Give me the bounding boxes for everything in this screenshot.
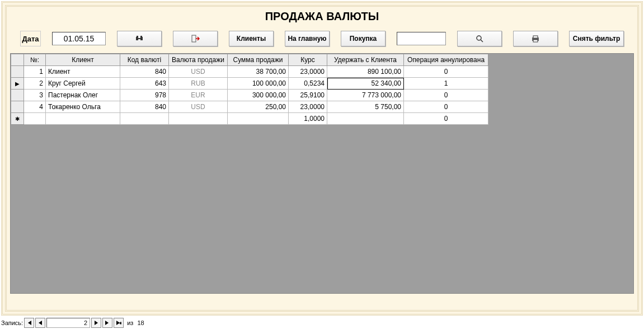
cell-sum[interactable]: 100 000,00	[228, 78, 289, 90]
search-icon	[476, 35, 483, 43]
cell-rate[interactable]: 25,9100	[289, 90, 327, 101]
record-navigator: Запись: ✱ из 18	[0, 317, 644, 328]
exit-button[interactable]	[173, 31, 218, 46]
grid-header-hold[interactable]: Удержать с Клиента	[327, 54, 404, 66]
page-title: ПРОДАЖА ВАЛЮТЫ	[7, 10, 637, 23]
cell-num[interactable]: 1	[24, 66, 46, 78]
cell-annulled[interactable]: 0	[404, 113, 488, 125]
cell-code[interactable]	[120, 113, 169, 125]
recnav-total: 18	[137, 319, 144, 326]
cell-hold[interactable]: 52 340,00	[327, 78, 404, 90]
row-selector-new[interactable]: ✱	[11, 113, 24, 125]
cell-code[interactable]: 840	[120, 66, 169, 78]
grid-header-annulled[interactable]: Операция аннулирована	[404, 54, 488, 66]
data-grid-container: №: Клиент Код валюті Валюта продажи Сумм…	[10, 53, 634, 294]
svg-rect-4	[533, 36, 538, 38]
cell-rate[interactable]: 23,0000	[289, 101, 327, 113]
row-selector[interactable]	[11, 90, 24, 101]
print-button[interactable]	[513, 31, 558, 46]
cell-client[interactable]	[46, 113, 120, 125]
clients-button[interactable]: Клиенты	[229, 31, 274, 46]
cell-client[interactable]: Клиент	[46, 66, 120, 78]
cell-code[interactable]: 840	[120, 101, 169, 113]
cell-hold[interactable]: 7 773 000,00	[327, 90, 404, 101]
cell-client[interactable]: Токаренко Ольга	[46, 101, 120, 113]
cell-hold[interactable]: 5 750,00	[327, 101, 404, 113]
svg-rect-0	[192, 35, 196, 42]
grid-header-num[interactable]: №:	[24, 54, 46, 66]
table-row[interactable]: 3Пастернак Олег978EUR300 000,0025,91007 …	[11, 90, 488, 101]
date-label: Дата	[20, 31, 41, 46]
binoculars-icon	[135, 35, 144, 43]
recnav-new-button[interactable]: ✱	[114, 318, 124, 328]
toolbar: Дата Клиенты На главную Покупка	[7, 31, 637, 46]
cell-currency[interactable]	[169, 113, 228, 125]
row-selector[interactable]	[11, 101, 24, 113]
cell-annulled[interactable]: 0	[404, 66, 488, 78]
cell-rate[interactable]: 0,5234	[289, 78, 327, 90]
last-icon	[105, 320, 110, 326]
next-icon	[93, 320, 99, 326]
cell-sum[interactable]	[228, 113, 289, 125]
cell-currency[interactable]: RUB	[169, 78, 228, 90]
recnav-label: Запись:	[1, 319, 23, 326]
clear-filter-button[interactable]: Снять фильтр	[569, 31, 624, 46]
grid-header-sum[interactable]: Сумма продажи	[228, 54, 289, 66]
grid-header-row: №: Клиент Код валюті Валюта продажи Сумм…	[11, 54, 488, 66]
cell-currency[interactable]: USD	[169, 101, 228, 113]
cell-client[interactable]: Круг Сергей	[46, 78, 120, 90]
exit-door-icon	[191, 34, 200, 43]
cell-num[interactable]	[24, 113, 46, 125]
recnav-of-label: из	[127, 319, 133, 326]
table-row[interactable]: ▶2Круг Сергей643RUB100 000,000,523452 34…	[11, 78, 488, 90]
cell-annulled[interactable]: 1	[404, 78, 488, 90]
cell-code[interactable]: 643	[120, 78, 169, 90]
cell-hold[interactable]	[327, 113, 404, 125]
cell-hold[interactable]: 890 100,00	[327, 66, 404, 78]
recnav-first-button[interactable]	[24, 318, 34, 328]
cell-annulled[interactable]: 0	[404, 101, 488, 113]
table-row-new[interactable]: ✱1,00000	[11, 113, 488, 125]
cell-annulled[interactable]: 0	[404, 90, 488, 101]
cell-num[interactable]: 2	[24, 78, 46, 90]
new-record-icon: ✱	[116, 320, 121, 326]
cell-sum[interactable]: 250,00	[228, 101, 289, 113]
recnav-last-button[interactable]	[102, 318, 112, 328]
table-row[interactable]: 1Клиент840USD38 700,0023,0000890 100,000	[11, 66, 488, 78]
first-icon	[26, 320, 32, 326]
cell-rate[interactable]: 23,0000	[289, 66, 327, 78]
search-input[interactable]	[397, 32, 446, 45]
svg-line-2	[481, 40, 483, 42]
grid-header-client[interactable]: Клиент	[46, 54, 120, 66]
recnav-prev-button[interactable]	[35, 318, 45, 328]
grid-header-selector[interactable]	[11, 54, 24, 66]
cell-num[interactable]: 4	[24, 101, 46, 113]
prev-icon	[37, 320, 43, 326]
data-grid[interactable]: №: Клиент Код валюті Валюта продажи Сумм…	[11, 54, 488, 125]
cell-currency[interactable]: EUR	[169, 90, 228, 101]
find-button[interactable]	[117, 31, 162, 46]
grid-header-rate[interactable]: Курс	[289, 54, 327, 66]
cell-currency[interactable]: USD	[169, 66, 228, 78]
printer-icon	[531, 35, 540, 43]
row-selector[interactable]: ▶	[11, 78, 24, 90]
home-button[interactable]: На главную	[285, 31, 330, 46]
grid-header-currency[interactable]: Валюта продажи	[169, 54, 228, 66]
cell-rate[interactable]: 1,0000	[289, 113, 327, 125]
svg-point-1	[477, 36, 481, 40]
recnav-next-button[interactable]	[91, 318, 101, 328]
cell-client[interactable]: Пастернак Олег	[46, 90, 120, 101]
svg-rect-5	[533, 40, 538, 42]
row-selector[interactable]	[11, 66, 24, 78]
cell-num[interactable]: 3	[24, 90, 46, 101]
date-input[interactable]	[52, 32, 106, 45]
recnav-current-input[interactable]	[46, 318, 90, 328]
search-button[interactable]	[457, 31, 502, 46]
cell-sum[interactable]: 300 000,00	[228, 90, 289, 101]
svg-text:✱: ✱	[119, 321, 121, 325]
cell-code[interactable]: 978	[120, 90, 169, 101]
buy-button[interactable]: Покупка	[341, 31, 386, 46]
grid-header-code[interactable]: Код валюті	[120, 54, 169, 66]
table-row[interactable]: 4Токаренко Ольга840USD250,0023,00005 750…	[11, 101, 488, 113]
cell-sum[interactable]: 38 700,00	[228, 66, 289, 78]
